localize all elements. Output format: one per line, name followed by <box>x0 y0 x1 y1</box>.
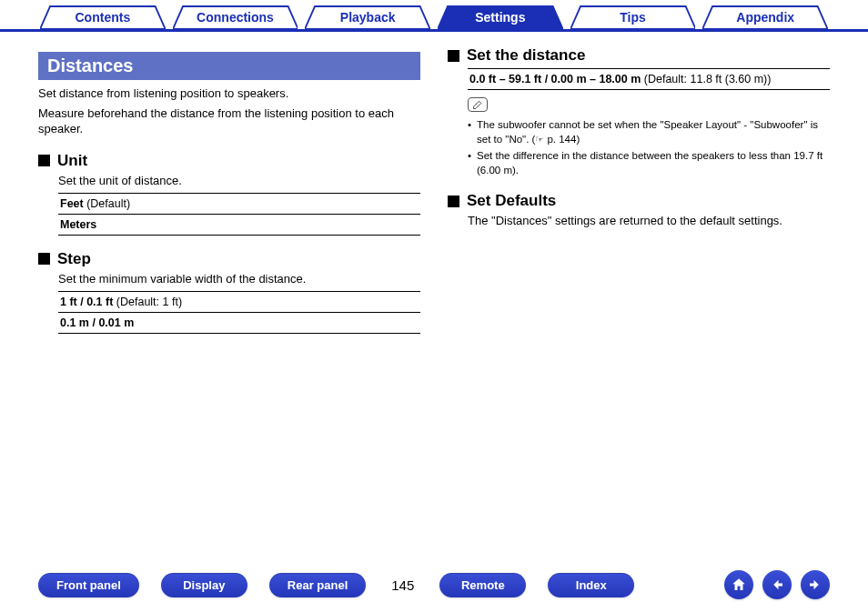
rear-panel-button[interactable]: Rear panel <box>269 573 366 597</box>
tab-appendix[interactable]: Appendix <box>702 5 828 29</box>
subhead-label: Unit <box>57 152 87 170</box>
tab-settings[interactable]: Settings <box>438 5 563 29</box>
page-ref-link[interactable]: ☞p. 144 <box>535 133 576 147</box>
note-text: Set the difference in the distance betwe… <box>477 150 823 176</box>
tab-label: Contents <box>76 10 131 25</box>
section-title: Distances <box>38 52 420 80</box>
option-bold: Meters <box>60 218 96 231</box>
subhead-label: Set Defaults <box>467 192 556 210</box>
display-button[interactable]: Display <box>161 573 247 597</box>
nav-icons <box>724 570 830 599</box>
tab-label: Appendix <box>736 10 794 25</box>
option-bold: Feet <box>60 197 84 210</box>
square-bullet-icon <box>38 155 50 166</box>
page-ref-text: p. 144 <box>547 133 576 147</box>
option-bold: 1 ft / 0.1 ft <box>60 296 113 308</box>
page-number: 145 <box>388 577 418 593</box>
note-text: ) <box>576 134 580 145</box>
option-rest: (Default) <box>84 197 130 210</box>
subhead-unit: Unit <box>38 152 420 170</box>
square-bullet-icon <box>448 50 459 62</box>
option-bold: 0.0 ft – 59.1 ft / 0.00 m – 18.00 m <box>469 73 641 85</box>
subhead-step: Step <box>38 250 420 268</box>
tab-label: Tips <box>620 10 646 25</box>
option-row: 0.0 ft – 59.1 ft / 0.00 m – 18.00 m (Def… <box>468 69 830 90</box>
arrow-right-icon <box>807 577 823 593</box>
left-column: Distances Set distance from listening po… <box>38 39 420 334</box>
set-defaults-desc: The "Distances" settings are returned to… <box>468 214 830 227</box>
bottom-bar: Front panel Display Rear panel 145 Remot… <box>0 570 868 599</box>
note-item: The subwoofer cannot be set when the "Sp… <box>468 118 830 146</box>
square-bullet-icon <box>38 253 50 265</box>
pointing-hand-icon: ☞ <box>535 133 544 146</box>
note-box <box>468 97 830 113</box>
intro-text: Measure beforehand the distance from the… <box>38 105 420 137</box>
tab-connections[interactable]: Connections <box>173 5 298 29</box>
note-item: Set the difference in the distance betwe… <box>468 149 830 177</box>
subhead-set-defaults: Set Defaults <box>448 192 830 210</box>
subhead-set-distance: Set the distance <box>448 46 830 65</box>
front-panel-button[interactable]: Front panel <box>38 573 139 597</box>
note-text: The subwoofer cannot be set when the "Sp… <box>477 119 818 145</box>
tab-playback[interactable]: Playback <box>305 5 430 29</box>
home-button[interactable] <box>724 570 753 599</box>
square-bullet-icon <box>448 196 459 207</box>
tab-label: Connections <box>197 10 274 25</box>
option-row: Feet (Default) <box>58 194 420 215</box>
page-body: Distances Set distance from listening po… <box>0 32 868 334</box>
unit-options: Feet (Default) Meters <box>58 193 420 236</box>
step-desc: Set the minimum variable width of the di… <box>58 272 420 286</box>
tab-tips[interactable]: Tips <box>570 5 696 29</box>
note-list: The subwoofer cannot be set when the "Sp… <box>468 118 830 177</box>
right-column: Set the distance 0.0 ft – 59.1 ft / 0.00… <box>448 39 830 334</box>
option-row: 0.1 m / 0.01 m <box>58 313 420 334</box>
intro-text: Set distance from listening position to … <box>38 85 420 102</box>
next-page-button[interactable] <box>801 570 830 599</box>
option-row: Meters <box>58 215 420 236</box>
tab-label: Playback <box>340 10 396 25</box>
top-nav: Contents Connections Playback Settings T… <box>0 0 868 32</box>
subhead-label: Set the distance <box>467 46 585 65</box>
home-icon <box>731 577 747 593</box>
arrow-left-icon <box>769 577 785 593</box>
prev-page-button[interactable] <box>762 570 792 599</box>
tab-label: Settings <box>475 10 525 25</box>
pencil-icon <box>468 97 488 112</box>
unit-desc: Set the unit of distance. <box>58 174 420 187</box>
remote-button[interactable]: Remote <box>439 573 526 597</box>
step-options: 1 ft / 0.1 ft (Default: 1 ft) 0.1 m / 0.… <box>58 291 420 334</box>
tab-contents[interactable]: Contents <box>40 5 166 29</box>
distance-range: 0.0 ft – 59.1 ft / 0.00 m – 18.00 m (Def… <box>468 68 830 90</box>
option-row: 1 ft / 0.1 ft (Default: 1 ft) <box>58 292 420 313</box>
option-rest: (Default: 11.8 ft (3.60 m)) <box>641 73 771 85</box>
option-rest: (Default: 1 ft) <box>113 296 182 308</box>
subhead-label: Step <box>57 250 91 268</box>
index-button[interactable]: Index <box>548 573 634 597</box>
option-bold: 0.1 m / 0.01 m <box>60 316 134 329</box>
